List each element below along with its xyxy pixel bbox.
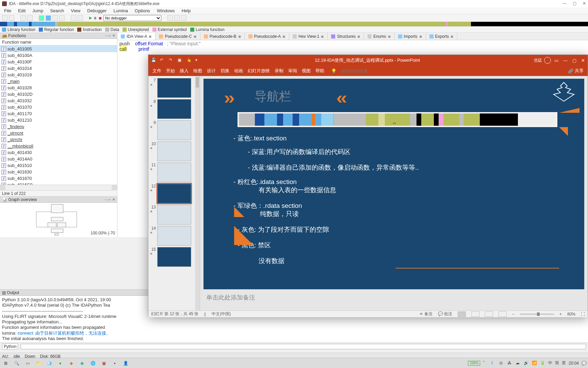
notifications-icon[interactable]: 💬 [582, 361, 587, 366]
tab-exports[interactable]: Exports▣ [426, 33, 458, 40]
thumbnail-image[interactable] [157, 226, 191, 246]
function-item[interactable]: fsub_401019 [0, 72, 117, 78]
functions-column-header[interactable]: Function name [0, 39, 117, 46]
slide-thumbnail[interactable]: 15★ [148, 246, 200, 267]
slide-thumbnail[interactable]: 11★ [148, 162, 200, 183]
thumbnail-image[interactable] [157, 78, 191, 98]
toolbar-struct-icon[interactable] [52, 15, 58, 21]
tab-enums[interactable]: Enums▣ [364, 33, 394, 40]
ribbon-transition[interactable]: 切换 [220, 68, 229, 74]
ribbon-view[interactable]: 视图 [302, 68, 311, 74]
thumbnail-image[interactable] [157, 247, 191, 267]
tab-pseudo-a[interactable]: Pseudocode-A▣ [245, 33, 290, 40]
functions-list[interactable]: fsub_401005fsub_40100Afsub_40100Ffsub_40… [0, 46, 117, 185]
toolbar-search-icon[interactable] [71, 15, 76, 21]
slide-thumbnail[interactable]: 10★ [148, 141, 200, 162]
slideshow-view-icon[interactable] [499, 311, 507, 317]
ppt-minimize-button[interactable]: — [563, 58, 568, 63]
function-item[interactable]: fsub_401430 [0, 149, 117, 156]
start-icon[interactable]: ⊞ [1, 359, 10, 367]
ribbon-collapse-icon[interactable]: ▭ [554, 58, 558, 63]
thumbnail-image[interactable] [157, 205, 191, 225]
ribbon-draw[interactable]: 绘图 [193, 68, 202, 74]
minimize-button[interactable]: — [562, 1, 567, 6]
touch-icon[interactable]: 👆 [186, 58, 192, 63]
thumbnail-image[interactable] [157, 163, 191, 182]
vscode-icon[interactable]: ◆ [67, 359, 76, 367]
network-icon[interactable]: 🖧 [507, 361, 513, 366]
toolbar-stepover-icon[interactable] [174, 15, 180, 21]
clock[interactable]: 20:04 [569, 361, 579, 366]
toolbar-text-icon[interactable] [39, 15, 44, 21]
ribbon-file[interactable]: 文件 [152, 68, 161, 74]
powerpoint-icon[interactable]: ▣ [99, 359, 108, 367]
bulb-icon[interactable]: 💡 [331, 68, 337, 74]
output-lang-button[interactable]: Python [2, 343, 18, 350]
menu-jump[interactable]: Jump [30, 7, 46, 14]
thumbnail-image[interactable] [157, 141, 191, 161]
function-item[interactable]: fsub_40100F [0, 59, 117, 65]
ida-navbar[interactable] [0, 22, 588, 27]
thumbnail-image[interactable] [157, 99, 191, 119]
slide-thumbnail[interactable]: 9★ [148, 120, 200, 141]
slide-thumbnails[interactable]: 7★8★9★10★11★12★13★14★15★ [148, 76, 200, 310]
onedrive-icon[interactable]: ☁ [516, 361, 521, 366]
sorter-view-icon[interactable] [471, 311, 479, 317]
function-item[interactable]: fsub_401070 [0, 104, 117, 110]
toolbar-stepout-icon[interactable] [181, 15, 186, 21]
qat-dropdown-icon[interactable]: ▾ [195, 58, 201, 63]
ribbon-record[interactable]: 录制 [275, 68, 283, 74]
battery-indicator[interactable]: 100% [468, 361, 480, 366]
toolbar-enum-icon[interactable] [59, 15, 65, 21]
zoom-slider[interactable] [520, 313, 554, 315]
function-item[interactable]: fsub_401014 [0, 65, 117, 72]
menu-edit[interactable]: Edit [15, 7, 28, 14]
functions-hscroll[interactable] [0, 185, 117, 190]
zoom-percent[interactable]: 80% [567, 312, 575, 317]
user-avatar-icon[interactable] [544, 57, 551, 64]
slide-thumbnail[interactable]: 14★ [148, 225, 200, 246]
wifi-icon[interactable]: 📶 [532, 361, 537, 366]
tab-pseudo-b[interactable]: Pseudocode-B▣ [200, 33, 245, 40]
ribbon-home[interactable]: 开始 [166, 68, 175, 74]
graph-canvas[interactable]: 100.00% (-70 [0, 203, 117, 236]
function-item[interactable]: f__mbsnbicoll [0, 143, 117, 149]
function-item[interactable]: fsub_401630 [0, 169, 117, 175]
pane-close-icon[interactable]: ✕ [112, 34, 115, 37]
maximize-button[interactable]: ▢ [573, 1, 576, 6]
menu-search[interactable]: Search [47, 7, 67, 14]
function-item[interactable]: f_strrchr [0, 136, 117, 143]
menu-options[interactable]: Options [132, 7, 153, 14]
search-icon[interactable]: 🔍 [12, 359, 21, 367]
accessibility-icon[interactable]: ▯ [204, 312, 206, 317]
share-button[interactable]: 🔗共享 [568, 68, 584, 74]
toolbar-undo-icon[interactable] [20, 15, 26, 21]
pane-dock-icon[interactable]: ▫ [105, 34, 106, 37]
tab-imports[interactable]: Imports▣ [395, 33, 426, 40]
function-item[interactable]: f_main [0, 78, 117, 85]
ppt-maximize-button[interactable]: ▢ [572, 58, 576, 63]
ime-jian[interactable]: 简 [555, 360, 559, 366]
zoom-out-button[interactable]: − [512, 312, 514, 317]
undo-icon[interactable]: ↶ [160, 58, 165, 63]
function-item[interactable]: fsub_401510 [0, 162, 117, 169]
chrome-icon[interactable]: 🌐 [88, 359, 97, 367]
save-icon[interactable]: 💾 [151, 58, 157, 63]
ida-titlebar[interactable]: IDA - littleRe.exe D:\TipZhzj\old_deskto… [0, 0, 588, 7]
menu-debugger[interactable]: Debugger [84, 7, 109, 14]
menu-help[interactable]: Help [179, 7, 194, 14]
menu-file[interactable]: File [1, 7, 14, 14]
lang-label[interactable]: 中文(中国) [212, 311, 231, 317]
menu-lumina[interactable]: Lumina [111, 7, 131, 14]
toolbar-hex-icon[interactable] [46, 15, 51, 21]
toolbar-redo-icon[interactable] [27, 15, 33, 21]
ribbon-insert[interactable]: 插入 [180, 68, 189, 74]
store-icon[interactable]: 🧊 [45, 359, 54, 367]
tab-pseudo-c[interactable]: Pseudocode-C▣ [156, 33, 200, 40]
ppt-titlebar[interactable]: 💾 ↶ ↷ ▣ 👆 ▾ 12.19-IDA使用_动态调试_远程调试.pptx -… [148, 55, 588, 66]
pane-min-icon[interactable]: — [108, 34, 111, 37]
function-item[interactable]: fsub_401670 [0, 175, 117, 182]
ime-cn[interactable]: 中 [548, 360, 552, 366]
bluetooth-icon[interactable]: ᛒ [491, 361, 496, 366]
ribbon-slideshow[interactable]: 幻灯片放映 [248, 68, 270, 74]
